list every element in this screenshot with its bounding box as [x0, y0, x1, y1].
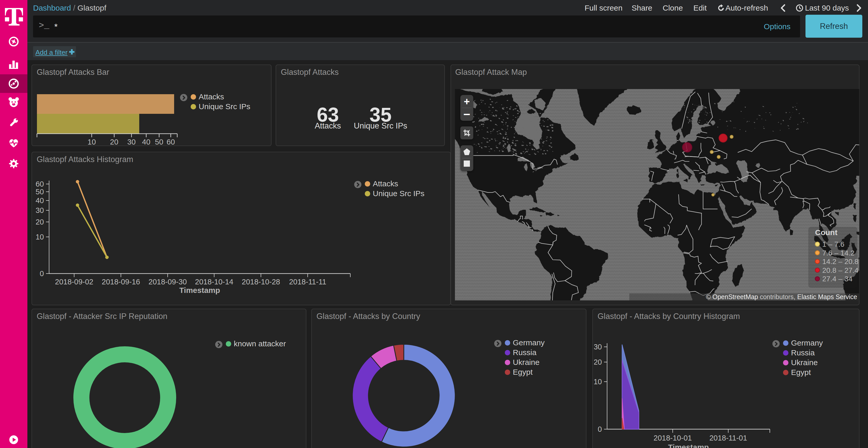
svg-text:40: 40: [36, 196, 44, 205]
svg-text:20.8 – 27.4: 20.8 – 27.4: [822, 266, 859, 274]
svg-text:10: 10: [36, 233, 44, 241]
svg-text:2018-09-30: 2018-09-30: [149, 278, 187, 286]
svg-text:Count: Count: [815, 228, 838, 237]
svg-text:20: 20: [594, 358, 602, 366]
svg-text:30: 30: [36, 206, 44, 214]
svg-text:50: 50: [36, 187, 44, 196]
svg-text:7.6 – 14.2: 7.6 – 14.2: [822, 249, 855, 257]
svg-text:2018-09-16: 2018-09-16: [102, 278, 140, 286]
svg-text:27.4 – 34: 27.4 – 34: [822, 275, 852, 283]
svg-text:20: 20: [36, 218, 44, 226]
svg-text:2018-10-14: 2018-10-14: [195, 278, 233, 286]
svg-text:© OpenStreetMap contributors,: © OpenStreetMap contributors, Elastic Ma…: [706, 293, 857, 300]
svg-text:14.2 – 20.8: 14.2 – 20.8: [822, 257, 859, 266]
svg-text:0: 0: [40, 269, 44, 278]
svg-text:0: 0: [598, 425, 602, 433]
svg-text:1 – 7.6: 1 – 7.6: [822, 240, 844, 248]
svg-text:2018-09-02: 2018-09-02: [55, 278, 93, 286]
svg-text:2018-11-11: 2018-11-11: [289, 278, 326, 286]
svg-text:Timestamp: Timestamp: [668, 443, 709, 448]
svg-text:10: 10: [594, 378, 602, 386]
svg-text:60: 60: [36, 180, 44, 188]
svg-text:2018-10-28: 2018-10-28: [242, 278, 280, 286]
svg-text:30: 30: [594, 343, 602, 351]
svg-text:Timestamp: Timestamp: [179, 286, 220, 295]
svg-text:2018-10-01: 2018-10-01: [654, 434, 692, 442]
svg-text:2018-11-01: 2018-11-01: [709, 434, 747, 442]
